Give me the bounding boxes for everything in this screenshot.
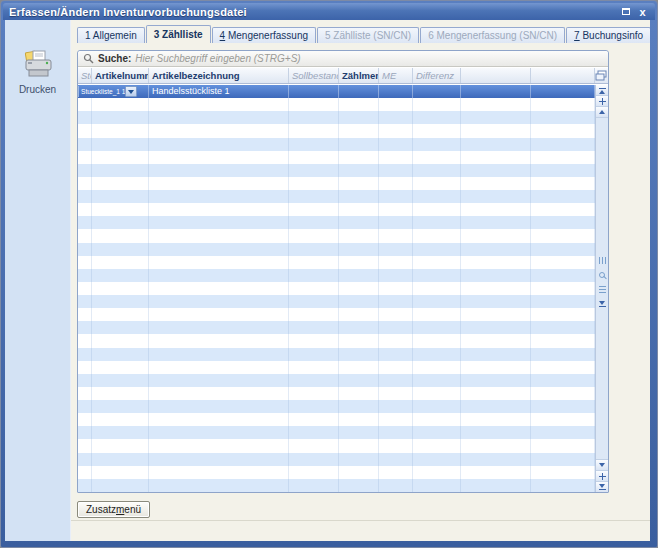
column-header-sollbestand[interactable]: Sollbestand (289, 68, 339, 83)
tab-4-mengenerfassung[interactable]: 4 Mengenerfassung (212, 27, 316, 43)
table-cell (339, 479, 379, 492)
table-cell (92, 164, 149, 177)
table-row[interactable] (78, 400, 595, 413)
table-row[interactable] (78, 466, 595, 479)
table-row[interactable] (78, 387, 595, 400)
table-row[interactable] (78, 229, 595, 242)
table-cell (149, 295, 289, 308)
table-row[interactable] (78, 216, 595, 229)
search-icon (83, 53, 94, 64)
table-cell (92, 151, 149, 164)
magnifier-icon[interactable] (599, 272, 605, 278)
table-cell (289, 334, 339, 347)
table-cell (92, 229, 149, 242)
table-row[interactable] (78, 413, 595, 426)
table-row[interactable] (78, 295, 595, 308)
table-row[interactable] (78, 177, 595, 190)
table-row[interactable] (78, 203, 595, 216)
table-row[interactable] (78, 98, 595, 111)
table-row[interactable] (78, 348, 595, 361)
column-header-differenz[interactable]: Differenz (413, 68, 461, 83)
scroll-down-button[interactable] (596, 459, 608, 470)
table-cell (78, 479, 92, 492)
columns-icon[interactable] (599, 257, 606, 264)
title-bar[interactable]: Erfassen/Ändern Inventurvorbuchungsdatei… (3, 3, 655, 20)
column-chooser-icon[interactable] (595, 70, 607, 82)
table-row[interactable] (78, 374, 595, 387)
table-row[interactable] (78, 308, 595, 321)
column-header-artikelbezeichnung[interactable]: Artikelbezeichnung (149, 68, 289, 83)
scroll-up-button[interactable] (596, 107, 608, 118)
column-header-blank[interactable] (461, 68, 531, 83)
column-header-steu[interactable]: Steu (78, 68, 92, 83)
table-row[interactable] (78, 151, 595, 164)
table-cell (461, 282, 531, 295)
table-row[interactable] (78, 164, 595, 177)
table-row-selected[interactable]: Stueckliste_1 1Handelsstückliste 1 (78, 85, 595, 98)
table-cell (149, 138, 289, 151)
table-cell (379, 348, 413, 361)
combo-dropdown-button[interactable] (125, 86, 137, 97)
table-cell (413, 124, 461, 137)
table-row[interactable] (78, 124, 595, 137)
rows-icon[interactable] (599, 286, 606, 293)
table-row[interactable] (78, 479, 595, 492)
table-row[interactable] (78, 321, 595, 334)
table-row[interactable] (78, 439, 595, 452)
table-cell (78, 138, 92, 151)
table-cell (461, 466, 531, 479)
table-cell (413, 334, 461, 347)
column-header-me[interactable]: ME (379, 68, 413, 83)
search-row[interactable]: Suche: Hier Suchbegriff eingeben (STRG+S… (78, 51, 608, 67)
grid-header-cells: SteuArtikelnummerArtikelbezeichnungSollb… (78, 68, 595, 83)
column-header-zählmenge[interactable]: Zählmenge (339, 68, 379, 83)
table-cell (149, 243, 289, 256)
table-cell (78, 282, 92, 295)
table-row[interactable] (78, 243, 595, 256)
table-row[interactable] (78, 426, 595, 439)
artikelnummer-combo[interactable]: Stueckliste_1 1 (78, 85, 149, 98)
scroll-plus-top-button[interactable] (596, 96, 608, 107)
table-row[interactable] (78, 138, 595, 151)
table-cell (531, 374, 595, 387)
tab-1-allgemein[interactable]: 1 Allgemein (77, 27, 145, 43)
table-cell (339, 164, 379, 177)
restore-button[interactable] (619, 6, 632, 18)
column-header-blank[interactable] (531, 68, 595, 83)
table-cell (379, 216, 413, 229)
table-row[interactable] (78, 190, 595, 203)
table-cell (149, 151, 289, 164)
table-cell (379, 308, 413, 321)
table-row[interactable] (78, 334, 595, 347)
table-cell (289, 282, 339, 295)
scroll-last-button[interactable] (596, 481, 608, 492)
data-grid: Suche: Hier Suchbegriff eingeben (STRG+S… (77, 50, 609, 493)
table-cell (461, 229, 531, 242)
search-input[interactable]: Hier Suchbegriff eingeben (STRG+S) (135, 53, 300, 64)
vertical-scrollbar[interactable] (595, 85, 608, 492)
tab-7-buchungsinfo[interactable]: 7 Buchungsinfo (566, 27, 650, 43)
table-row[interactable] (78, 453, 595, 466)
table-row[interactable] (78, 282, 595, 295)
table-cell (379, 439, 413, 452)
table-cell (149, 374, 289, 387)
table-cell (149, 361, 289, 374)
table-cell (92, 439, 149, 452)
scroll-plus-bottom-button[interactable] (596, 470, 608, 481)
print-command[interactable]: Drucken (5, 50, 70, 95)
scroll-first-button[interactable] (596, 85, 608, 96)
column-header-artikelnummer[interactable]: Artikelnummer (92, 68, 149, 83)
table-cell (78, 400, 92, 413)
close-button[interactable]: x (636, 6, 649, 18)
tab-3-zählliste[interactable]: 3 Zählliste (146, 25, 211, 43)
table-cell (289, 85, 339, 98)
zusatzmenu-button[interactable]: Zusatzmenü (77, 501, 150, 518)
table-row[interactable] (78, 361, 595, 374)
table-row[interactable] (78, 111, 595, 124)
table-row[interactable] (78, 269, 595, 282)
table-cell (413, 439, 461, 452)
table-cell (339, 334, 379, 347)
table-row[interactable] (78, 256, 595, 269)
table-cell (339, 151, 379, 164)
pin-icon[interactable] (599, 301, 606, 308)
